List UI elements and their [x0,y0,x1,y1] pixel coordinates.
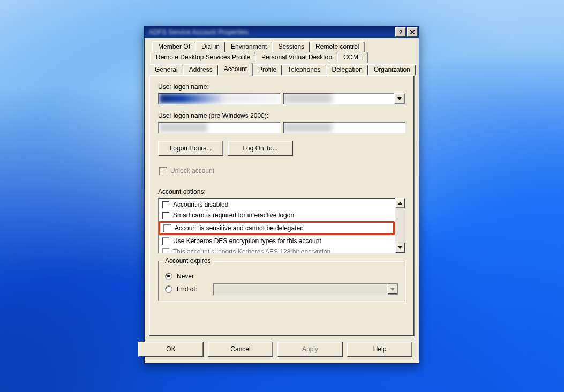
tab-remote-control[interactable]: Remote control [310,41,365,52]
ok-button[interactable]: OK [138,342,204,357]
option-sensitive-no-delegate[interactable]: Account is sensitive and cannot be deleg… [160,223,361,233]
option-aes128[interactable]: This account supports Kerberos AES 128 b… [159,246,395,253]
checkbox-icon[interactable] [162,212,170,220]
chevron-down-icon[interactable] [394,93,405,104]
options-scrollbar[interactable] [395,198,405,253]
expires-endof-row[interactable]: End of: [165,283,398,296]
expires-never-row[interactable]: Never [165,270,398,283]
titlebar[interactable]: ADFS Service Account Properties ? [145,26,419,38]
tab-dial-in[interactable]: Dial-in [195,41,225,52]
tab-com-plus[interactable]: COM+ [337,52,368,63]
highlight-callout: Account is sensitive and cannot be deleg… [159,221,395,235]
expires-date-combo [213,283,398,295]
checkbox-icon[interactable] [162,237,170,245]
close-titlebar-button[interactable] [407,27,418,37]
unlock-account-checkbox: Unlock account [158,165,405,176]
help-titlebar-button[interactable]: ? [395,27,406,37]
option-kerberos-des[interactable]: Use Kerberos DES encryption types for th… [159,236,395,246]
pre2000-name-input[interactable] [283,122,405,133]
apply-button[interactable]: Apply [277,342,343,357]
tab-row-2: Remote Desktop Services Profile Personal… [149,52,415,63]
unlock-account-label: Unlock account [170,167,214,175]
scroll-down-button[interactable] [395,243,405,253]
account-options-label: Account options: [158,188,405,195]
tab-area: Member Of Dial-in Environment Sessions R… [145,38,419,336]
option-smartcard-logon[interactable]: Smart card is required for interactive l… [159,210,395,221]
properties-dialog: ADFS Service Account Properties ? Member… [144,26,419,364]
tab-profile[interactable]: Profile [252,64,282,75]
window-title: ADFS Service Account Properties [146,28,394,36]
tab-sessions[interactable]: Sessions [272,41,310,52]
radio-end-of-label: End of: [177,285,209,293]
radio-never[interactable] [165,273,172,280]
logon-name-pre2000-label: User logon name (pre-Windows 2000): [158,112,405,119]
option-label: Account is disabled [173,201,228,208]
logon-name-label: User logon name: [158,83,405,91]
tab-environment[interactable]: Environment [225,41,273,52]
tab-general[interactable]: General [149,64,184,75]
close-icon [410,30,415,34]
tab-panel-account: User logon name: User logon name (pre-Wi… [149,75,415,336]
tab-delegation[interactable]: Delegation [326,64,369,75]
tab-account[interactable]: Account [218,63,253,76]
tab-rds-profile[interactable]: Remote Desktop Services Profile [150,52,256,63]
option-label: Smart card is required for interactive l… [173,212,294,219]
tab-organization[interactable]: Organization [368,64,416,75]
scroll-up-button[interactable] [395,198,405,208]
option-label: Account is sensitive and cannot be deleg… [175,224,304,232]
pre2000-domain-input[interactable] [158,122,281,133]
tab-personal-vdesktop[interactable]: Personal Virtual Desktop [255,52,338,63]
logon-hours-button[interactable]: Logon Hours... [158,141,223,156]
chevron-down-icon [387,284,398,295]
tab-row-3: General Address Account Profile Telephon… [149,63,415,75]
account-options-list: Account is disabled Smart card is requir… [158,198,405,253]
radio-never-label: Never [177,273,194,280]
checkbox-icon[interactable] [162,201,170,209]
tab-member-of[interactable]: Member Of [152,41,196,52]
help-button[interactable]: Help [347,342,412,357]
logon-domain-combo[interactable] [283,93,405,104]
cancel-button[interactable]: Cancel [208,342,273,357]
account-expires-title: Account expires [163,257,213,265]
logon-name-input[interactable] [158,93,281,104]
option-label: Use Kerberos DES encryption types for th… [173,237,321,245]
radio-end-of[interactable] [165,285,172,293]
log-on-to-button[interactable]: Log On To... [228,141,293,156]
dialog-button-row: OK Cancel Apply Help [145,336,419,363]
tab-telephones[interactable]: Telephones [282,64,326,75]
option-account-disabled[interactable]: Account is disabled [159,199,395,210]
account-expires-group: Account expires Never End of: [158,261,405,301]
tab-row-1: Member Of Dial-in Environment Sessions R… [149,41,415,52]
checkbox-icon[interactable] [163,224,171,232]
tab-address[interactable]: Address [183,64,219,75]
option-label: This account supports Kerberos AES 128 b… [173,248,330,253]
checkbox-icon [159,167,167,175]
checkbox-icon[interactable] [162,248,170,253]
